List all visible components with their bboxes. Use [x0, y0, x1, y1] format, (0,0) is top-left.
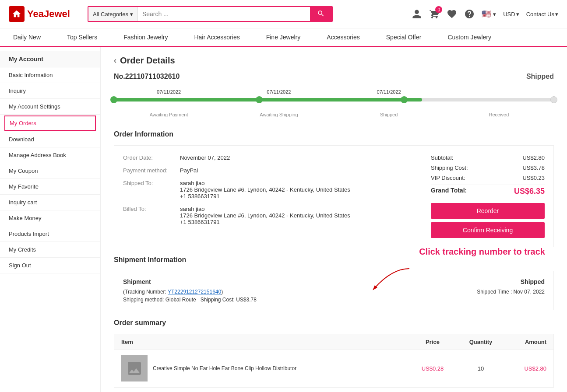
subtotal-row: Subtotal: US$2.80	[431, 154, 545, 161]
step-date-4	[444, 89, 554, 94]
chevron-down-icon: ▾	[516, 11, 519, 18]
sidebar-item-account-settings[interactable]: My Account Settings	[0, 99, 100, 115]
billed-to-label: Billed To:	[123, 206, 180, 225]
step-label-1: Awaiting Payment	[114, 112, 224, 117]
shipping-cost-label: Shipping Cost:	[431, 164, 468, 171]
order-progress: 07/11/2022 07/11/2022 07/11/2022 Awaitin…	[114, 89, 554, 117]
page-title: Order Details	[120, 56, 175, 66]
back-arrow-icon[interactable]: ‹	[114, 56, 116, 65]
cart-icon[interactable]: 0	[429, 9, 440, 19]
header-icons: 0 🇺🇸 ▾ USD ▾ Contact Us ▾	[412, 9, 558, 19]
shipping-method: Shipping method: Global Route	[123, 297, 196, 303]
sidebar-item-my-orders[interactable]: My Orders	[4, 116, 96, 131]
chevron-down-icon: ▾	[555, 11, 558, 18]
nav-item-fashion-jewelry[interactable]: Fashion Jewelry	[110, 28, 181, 46]
user-icon[interactable]	[412, 9, 422, 19]
order-info-left: Order Date: November 07, 2022 Payment me…	[123, 154, 413, 238]
shipping-method-line: Shipping method: Global Route Shipping C…	[123, 297, 257, 303]
product-name: Creative Simple No Ear Hole Ear Bone Cli…	[153, 365, 406, 371]
vip-discount-row: VIP Discount: US$0.23	[431, 175, 545, 181]
shipped-to-value: sarah jiao 1726 Bridgeview Lane #6, Lynd…	[180, 180, 350, 200]
sidebar-item-inquiry-cart[interactable]: Inquiry cart	[0, 195, 100, 210]
grand-total-value: US$6.35	[514, 187, 545, 196]
table-row: Creative Simple No Ear Hole Ear Bone Cli…	[114, 350, 553, 387]
col-header-amount: Amount	[503, 339, 546, 345]
search-category-dropdown[interactable]: All Categories ▾	[88, 7, 138, 21]
shipping-cost: Shipping Cost: US$3.78	[201, 297, 257, 303]
product-amount: US$2.80	[503, 365, 546, 372]
sidebar: My Account Basic Information Inquiry My …	[0, 47, 101, 392]
col-header-price: Price	[406, 339, 459, 345]
nav-item-fine-jewelry[interactable]: Fine Jewelry	[253, 28, 314, 46]
sidebar-title: My Account	[0, 51, 100, 67]
shipment-label: Shipment	[123, 278, 151, 285]
order-info-right: Subtotal: US$2.80 Shipping Cost: US$3.78…	[431, 154, 545, 238]
order-info-box: Order Date: November 07, 2022 Payment me…	[114, 145, 554, 247]
logo-icon	[9, 6, 25, 22]
nav-item-custom-jewlery[interactable]: Custom Jewlery	[434, 28, 504, 46]
order-date-row: Order Date: November 07, 2022	[123, 154, 413, 161]
product-thumbnail	[121, 355, 148, 382]
step-date-2: 07/11/2022	[224, 89, 334, 94]
language-selector[interactable]: 🇺🇸 ▾	[482, 9, 496, 19]
wishlist-icon[interactable]	[447, 9, 457, 19]
search-button[interactable]	[310, 7, 332, 21]
payment-row: Payment method: PayPal	[123, 167, 413, 174]
main-content: ‹ Order Details No.22110711032610 Shippe…	[101, 47, 567, 392]
step-label-3: Shipped	[334, 112, 444, 117]
nav-item-accessories[interactable]: Accessories	[313, 28, 373, 46]
sidebar-item-my-favorite[interactable]: My Favorite	[0, 179, 100, 195]
contact-us-button[interactable]: Contact Us ▾	[526, 11, 558, 18]
sidebar-item-make-money[interactable]: Make Money	[0, 210, 100, 226]
nav-item-top-sellers[interactable]: Top Sellers	[54, 28, 110, 46]
shipping-cost-value: US$3.78	[522, 164, 545, 171]
sidebar-item-my-credits[interactable]: My Credits	[0, 242, 100, 258]
help-icon[interactable]	[464, 9, 475, 19]
shipment-status: Shipped	[521, 278, 545, 285]
nav-item-daily-new[interactable]: Daily New	[0, 28, 54, 46]
step-label-2: Awaiting Shipping	[224, 112, 334, 117]
tracking-suffix: )	[221, 289, 223, 295]
main-nav: Daily New Top Sellers Fashion Jewelry Ha…	[0, 28, 567, 47]
sidebar-item-download[interactable]: Download	[0, 132, 100, 147]
sidebar-item-basic-information[interactable]: Basic Information	[0, 67, 100, 83]
shipped-time: Shipped Time : Nov 07, 2022	[477, 289, 545, 295]
currency-label: USD	[503, 11, 515, 18]
step-date-3: 07/11/2022	[334, 89, 444, 94]
order-date-label: Order Date:	[123, 154, 180, 161]
order-status: Shipped	[526, 73, 554, 80]
billed-to-row: Billed To: sarah jiao 1726 Bridgeview La…	[123, 206, 413, 225]
tracking-number-link[interactable]: YT2229121272151640	[168, 289, 221, 295]
confirm-receiving-button[interactable]: Confirm Receiving	[431, 222, 545, 238]
logo[interactable]: YeaJewel	[9, 6, 79, 22]
cart-badge: 0	[435, 6, 442, 13]
order-header: ‹ Order Details	[114, 56, 554, 66]
search-area: All Categories ▾	[88, 6, 333, 22]
nav-item-special-offer[interactable]: Special Offer	[373, 28, 435, 46]
sidebar-item-my-coupon[interactable]: My Coupon	[0, 163, 100, 179]
summary-table-header: Item Price Quantity Amount	[114, 334, 553, 350]
chevron-down-icon: ▾	[493, 11, 496, 18]
shipment-section-title: Shipment Information	[114, 256, 554, 264]
sidebar-item-inquiry[interactable]: Inquiry	[0, 83, 100, 99]
grand-total-label: Grand Total:	[431, 187, 467, 196]
logo-text: YeaJewel	[27, 8, 70, 20]
search-category-label: All Categories	[93, 11, 128, 18]
sidebar-item-products-import[interactable]: Products Import	[0, 226, 100, 242]
reorder-button[interactable]: Reorder	[431, 203, 545, 219]
sidebar-item-address-book[interactable]: Manage Address Book	[0, 147, 100, 163]
vip-discount-label: VIP Discount:	[431, 175, 465, 181]
col-header-quantity: Quantity	[459, 339, 503, 345]
annotation-text: Click tracking number to track	[419, 247, 545, 257]
billed-to-value: sarah jiao 1726 Bridgeview Lane #6, Lynd…	[180, 206, 350, 225]
sidebar-item-sign-out[interactable]: Sign Out	[0, 258, 100, 273]
tracking-prefix: (Tracking Number:	[123, 289, 168, 295]
shipping-cost-row: Shipping Cost: US$3.78	[431, 164, 545, 171]
payment-label: Payment method:	[123, 167, 180, 174]
currency-selector[interactable]: USD ▾	[503, 11, 519, 18]
chevron-down-icon: ▾	[130, 11, 133, 18]
payment-value: PayPal	[180, 167, 198, 174]
search-input[interactable]	[138, 7, 310, 21]
grand-total-row: Grand Total: US$6.35	[431, 187, 545, 196]
nav-item-hair-accessories[interactable]: Hair Accessories	[181, 28, 253, 46]
